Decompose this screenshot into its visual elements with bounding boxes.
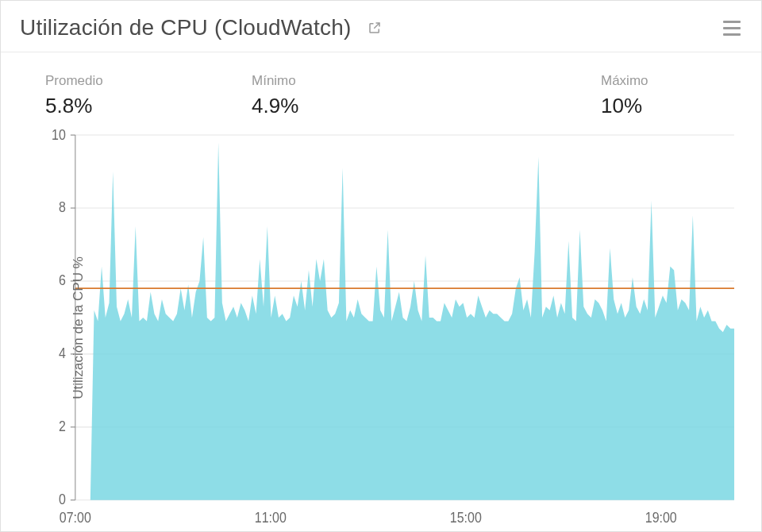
stat-average-label: Promedio (45, 73, 252, 89)
y-tick-label: 6 (59, 273, 66, 289)
y-tick-label: 0 (59, 492, 66, 508)
y-tick-label: 4 (59, 346, 66, 362)
stat-minimum: Mínimo 4.9% (252, 73, 601, 118)
y-axis-title: Utilización de la CPU % (71, 256, 87, 399)
stat-minimum-value: 4.9% (252, 94, 601, 118)
panel-header: Utilización de CPU (CloudWatch) (1, 1, 761, 52)
stat-average-value: 5.8% (45, 94, 252, 118)
summary-stats: Promedio 5.8% Mínimo 4.9% Máximo 10% (1, 52, 761, 125)
panel-title-group: Utilización de CPU (CloudWatch) (20, 15, 383, 40)
panel-title: Utilización de CPU (CloudWatch) (20, 15, 352, 40)
cpu-area-series (75, 142, 734, 500)
x-tick-label: 15:00 (450, 510, 482, 526)
y-tick-label: 2 (59, 419, 66, 435)
stat-minimum-label: Mínimo (252, 73, 601, 89)
hamburger-menu-icon[interactable] (722, 17, 742, 38)
y-tick-label: 10 (52, 127, 66, 143)
x-tick-label: 19:00 (645, 510, 677, 526)
x-tick-label: 11:00 (255, 510, 287, 526)
cpu-utilization-panel: Utilización de CPU (CloudWatch) Promedio… (0, 0, 762, 532)
y-tick-label: 8 (59, 200, 66, 216)
cpu-area-chart: 024681007:0011:0015:0019:00 (20, 125, 742, 531)
x-tick-label: 07:00 (60, 510, 91, 526)
stat-maximum-label: Máximo (601, 73, 648, 89)
stat-average: Promedio 5.8% (45, 73, 252, 118)
stat-maximum: Máximo 10% (601, 73, 648, 118)
external-link-icon[interactable] (366, 19, 383, 37)
stat-maximum-value: 10% (601, 94, 648, 118)
chart-area: Utilización de la CPU % 024681007:0011:0… (1, 125, 761, 531)
